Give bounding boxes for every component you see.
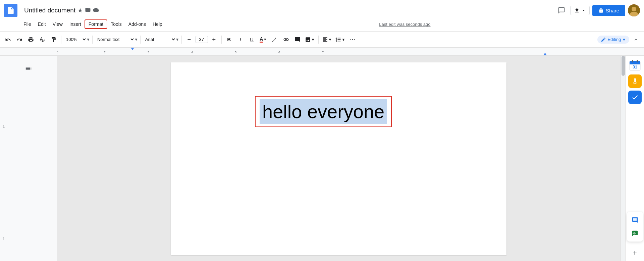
svg-text:31: 31 [633, 65, 637, 69]
separator-4 [181, 36, 182, 44]
page-number-2: 1 [3, 236, 5, 242]
add-note-button[interactable] [629, 227, 641, 240]
more-options-button[interactable]: ⋯ [347, 34, 358, 45]
comment-button[interactable] [292, 34, 303, 45]
ruler-content: 1 2 3 4 5 6 7 [57, 48, 644, 55]
doc-icon [4, 4, 17, 17]
collapse-toolbar-button[interactable] [631, 34, 641, 45]
undo-button[interactable] [3, 34, 13, 45]
outline-icon[interactable] [22, 62, 35, 74]
format-paint-button[interactable] [48, 34, 59, 45]
toolbar: 100% 75% 50% 125% 150% ▼ Normal text Hea… [0, 32, 644, 48]
bold-button[interactable]: B [224, 34, 234, 45]
menu-format[interactable]: Format [85, 19, 107, 29]
font-color-button[interactable]: A ▼ [258, 34, 269, 45]
comments-icon-btn[interactable] [555, 4, 568, 16]
italic-button[interactable]: I [235, 34, 246, 45]
font-size-input[interactable] [195, 36, 208, 43]
svg-rect-9 [637, 60, 638, 62]
scrollbar-thumb[interactable] [622, 56, 625, 76]
google-calendar-icon[interactable]: 31 [628, 58, 642, 72]
menu-bar: File Edit View Insert Format Tools [0, 19, 644, 31]
separator-1 [61, 36, 61, 44]
document-page: hello everyone [171, 62, 506, 255]
menu-help[interactable]: Help [149, 20, 166, 28]
image-button[interactable]: ▼ [304, 34, 316, 45]
comment-panel [627, 212, 643, 242]
main-area: 1 1 hello everyone 31 [0, 56, 644, 261]
font-size-decrease-button[interactable]: − [184, 34, 195, 45]
ruler: 1 2 3 4 5 6 7 [0, 48, 644, 56]
last-edit-status: Last edit was seconds ago [166, 22, 644, 27]
add-comment-button[interactable] [629, 214, 641, 226]
zoom-dropdown-icon: ▼ [86, 37, 90, 42]
redo-button[interactable] [14, 34, 25, 45]
separator-3 [140, 36, 141, 44]
line-spacing-button[interactable]: ▼ [334, 34, 346, 45]
cloud-icon[interactable] [93, 7, 99, 14]
document-canvas[interactable]: hello everyone [57, 56, 621, 261]
menu-edit[interactable]: Edit [35, 20, 49, 28]
text-selection-annotation: hello everyone [255, 96, 392, 127]
toolbar-right: Editing ▼ [597, 34, 641, 45]
add-plugin-button[interactable]: + [629, 247, 641, 259]
google-tasks-icon[interactable] [628, 91, 642, 104]
editing-mode-button[interactable]: Editing ▼ [597, 36, 629, 44]
align-button[interactable]: ▼ [321, 34, 333, 45]
menu-tools[interactable]: Tools [107, 20, 125, 28]
page-number-1: 1 [3, 123, 5, 129]
print-button[interactable] [25, 34, 36, 45]
share-button[interactable]: Share [592, 5, 625, 16]
top-area: Untitled document ★ [0, 0, 644, 32]
text-style-select[interactable]: Normal text Heading 1 Heading 2 Heading … [95, 36, 135, 43]
font-size-increase-button[interactable]: + [209, 34, 219, 45]
underline-button[interactable]: U [247, 34, 257, 45]
star-icon[interactable]: ★ [77, 7, 83, 14]
avatar[interactable] [628, 4, 640, 16]
style-dropdown-icon: ▼ [134, 37, 138, 42]
highlight-button[interactable] [269, 34, 280, 45]
zoom-select[interactable]: 100% 75% 50% 125% 150% [63, 36, 87, 43]
menu-file[interactable]: File [20, 20, 35, 28]
separator-2 [92, 36, 93, 44]
folder-icon[interactable] [85, 7, 91, 14]
svg-point-1 [632, 7, 636, 11]
menu-view[interactable]: View [49, 20, 66, 28]
doc-title[interactable]: Untitled document [24, 7, 75, 14]
menu-insert[interactable]: Insert [66, 20, 85, 28]
vertical-scrollbar[interactable] [621, 56, 625, 261]
menu-addons[interactable]: Add-ons [125, 20, 149, 28]
svg-rect-6 [630, 63, 640, 64]
font-size-control: − + [184, 34, 219, 45]
font-select[interactable]: Arial Times New Roman Georgia Verdana [143, 36, 176, 43]
present-btn[interactable] [570, 6, 590, 15]
left-sidebar: 1 1 [0, 56, 57, 261]
link-button[interactable] [281, 34, 291, 45]
right-sidebar: 31 + [625, 56, 644, 261]
separator-5 [221, 36, 222, 44]
spellcheck-button[interactable] [37, 34, 48, 45]
selected-text[interactable]: hello everyone [260, 99, 387, 124]
svg-rect-8 [632, 60, 633, 62]
separator-6 [318, 36, 319, 44]
google-keep-icon[interactable] [628, 74, 642, 88]
font-dropdown-icon: ▼ [175, 37, 179, 42]
